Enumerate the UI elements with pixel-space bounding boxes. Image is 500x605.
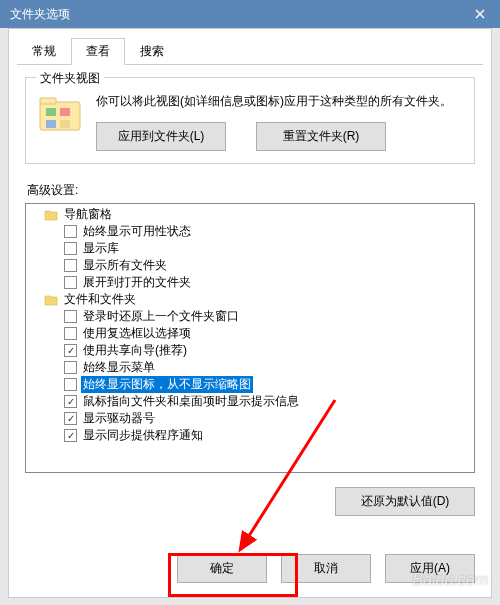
- tree-item[interactable]: 显示库: [26, 240, 474, 257]
- folder-view-legend: 文件夹视图: [36, 70, 104, 87]
- checkbox[interactable]: ✓: [64, 344, 77, 357]
- tree-item-label: 展开到打开的文件夹: [81, 274, 193, 291]
- svg-rect-4: [46, 120, 56, 128]
- tree-item-label: 文件和文件夹: [62, 291, 138, 308]
- tree-item-label: 显示库: [81, 240, 121, 257]
- reset-folders-button[interactable]: 重置文件夹(R): [256, 122, 386, 151]
- tree-item-label: 登录时还原上一个文件夹窗口: [81, 308, 241, 325]
- tab-search[interactable]: 搜索: [125, 38, 179, 65]
- tab-general[interactable]: 常规: [17, 38, 71, 65]
- tree-item-label: 使用共享向导(推荐): [81, 342, 189, 359]
- tree-item-label: 导航窗格: [62, 206, 114, 223]
- tree-item-label: 始终显示图标，从不显示缩略图: [81, 376, 253, 393]
- checkbox[interactable]: ✓: [64, 395, 77, 408]
- tree-item[interactable]: 始终显示菜单: [26, 359, 474, 376]
- tree-item-label: 使用复选框以选择项: [81, 325, 193, 342]
- tree-item-label: 显示同步提供程序通知: [81, 427, 205, 444]
- tree-item[interactable]: 显示所有文件夹: [26, 257, 474, 274]
- checkbox[interactable]: [64, 327, 77, 340]
- ok-button[interactable]: 确定: [177, 554, 267, 583]
- folder-view-group: 文件夹视图 你可以将此视图(如详细信息或图标)应用于这种类型的所有文件夹。: [25, 77, 475, 164]
- tree-item-label: 显示驱动器号: [81, 410, 157, 427]
- tree-item-label: 始终显示菜单: [81, 359, 157, 376]
- tree-item[interactable]: 始终显示图标，从不显示缩略图: [26, 376, 474, 393]
- checkbox[interactable]: [64, 310, 77, 323]
- tree-item[interactable]: 展开到打开的文件夹: [26, 274, 474, 291]
- window-title: 文件夹选项: [10, 6, 70, 23]
- tab-strip: 常规 查看 搜索: [17, 37, 483, 65]
- checkbox[interactable]: ✓: [64, 412, 77, 425]
- checkbox[interactable]: [64, 242, 77, 255]
- titlebar: 文件夹选项: [0, 0, 500, 28]
- checkbox[interactable]: [64, 225, 77, 238]
- tree-group[interactable]: 导航窗格: [26, 206, 474, 223]
- checkbox[interactable]: [64, 378, 77, 391]
- tree-item-label: 显示所有文件夹: [81, 257, 169, 274]
- tree-item-label: 始终显示可用性状态: [81, 223, 193, 240]
- folder-view-icon: [38, 94, 82, 134]
- folder-icon: [44, 209, 58, 221]
- folder-icon: [44, 294, 58, 306]
- checkbox[interactable]: ✓: [64, 429, 77, 442]
- tree-group[interactable]: 文件和文件夹: [26, 291, 474, 308]
- tree-item[interactable]: 始终显示可用性状态: [26, 223, 474, 240]
- close-button[interactable]: [460, 0, 500, 28]
- tree-item[interactable]: 登录时还原上一个文件夹窗口: [26, 308, 474, 325]
- tree-item[interactable]: ✓鼠标指向文件夹和桌面项时显示提示信息: [26, 393, 474, 410]
- svg-rect-5: [60, 120, 70, 128]
- svg-rect-1: [40, 98, 56, 104]
- checkbox[interactable]: [64, 276, 77, 289]
- advanced-settings-label: 高级设置:: [27, 182, 475, 199]
- tree-item[interactable]: ✓显示驱动器号: [26, 410, 474, 427]
- svg-rect-2: [46, 108, 56, 116]
- close-icon: [475, 9, 485, 19]
- apply-to-folders-button[interactable]: 应用到文件夹(L): [96, 122, 226, 151]
- tree-item[interactable]: ✓使用共享向导(推荐): [26, 342, 474, 359]
- apply-button[interactable]: 应用(A): [385, 554, 475, 583]
- tree-item[interactable]: ✓显示同步提供程序通知: [26, 427, 474, 444]
- dialog-body: 常规 查看 搜索 文件夹视图 你可以将此视图(如详细信息或图: [8, 28, 492, 598]
- dialog-button-row: 确定 取消 应用(A): [177, 554, 475, 583]
- advanced-settings-tree[interactable]: 导航窗格始终显示可用性状态显示库显示所有文件夹展开到打开的文件夹文件和文件夹登录…: [25, 203, 475, 473]
- cancel-button[interactable]: 取消: [281, 554, 371, 583]
- checkbox[interactable]: [64, 259, 77, 272]
- tree-item[interactable]: 使用复选框以选择项: [26, 325, 474, 342]
- checkbox[interactable]: [64, 361, 77, 374]
- tree-item-label: 鼠标指向文件夹和桌面项时显示提示信息: [81, 393, 301, 410]
- tab-view[interactable]: 查看: [71, 38, 125, 65]
- view-panel: 文件夹视图 你可以将此视图(如详细信息或图标)应用于这种类型的所有文件夹。: [9, 65, 491, 528]
- folder-view-description: 你可以将此视图(如详细信息或图标)应用于这种类型的所有文件夹。: [96, 92, 462, 110]
- restore-defaults-button[interactable]: 还原为默认值(D): [335, 487, 475, 516]
- svg-rect-3: [60, 108, 70, 116]
